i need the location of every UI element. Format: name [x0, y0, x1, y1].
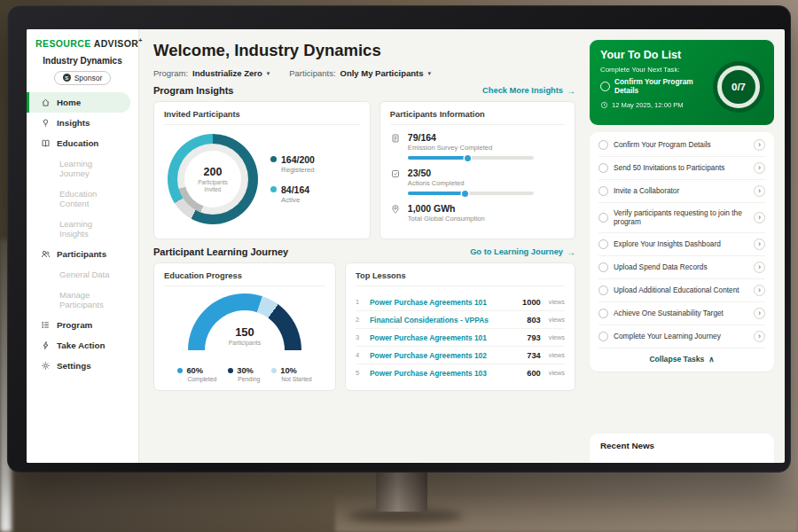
sidebar-item-label: Settings [57, 361, 91, 371]
lesson-views-unit: views [549, 351, 565, 359]
lesson-title-link[interactable]: Power Purchase Agreements 102 [370, 351, 520, 360]
legend-dot-not-started [271, 368, 277, 373]
sidebar-item-label: Home [57, 98, 81, 107]
stat-value: 23/50 [408, 168, 534, 178]
invited-participants-card: Invited Participants 200 Participants In… [153, 101, 371, 239]
sidebar-item-settings[interactable]: Settings [27, 356, 130, 376]
chevron-right-icon[interactable]: › [754, 262, 765, 273]
legend-item-completed: 60% Completed [177, 366, 216, 382]
program-dropdown-label: Program: [153, 68, 188, 78]
checkbox-icon[interactable] [598, 140, 608, 150]
education-progress-card: Education Progress 150 Participants 60% … [153, 262, 336, 391]
lesson-row: 3 Power Purchase Agreements 101 793 view… [356, 329, 565, 347]
arrow-right-icon: → [567, 247, 575, 257]
legend-label: Active [281, 196, 309, 204]
task-row[interactable]: Explore Your Insights Dashboard › [598, 233, 765, 256]
recent-news-title: Recent News [600, 441, 763, 450]
gear-icon [41, 361, 51, 371]
sidebar-item-participants[interactable]: Participants [27, 244, 130, 264]
gauge-legend: 60% Completed 30% Pending 10% Not Starte… [164, 366, 325, 382]
todo-due-label: 12 May 2025, 12:00 PM [612, 101, 684, 109]
lesson-title-link[interactable]: Financial Considerations - VPPAs [370, 316, 520, 325]
stat-label: Emission Survey Completed [408, 144, 534, 152]
sidebar-item-program[interactable]: Program [27, 315, 130, 335]
chevron-right-icon[interactable]: › [754, 139, 765, 151]
collapse-tasks-button[interactable]: Collapse Tasks ∧ [598, 348, 765, 368]
task-row[interactable]: Upload Spend Data Records › [598, 256, 765, 279]
todo-next-task[interactable]: Confirm Your Program Details [600, 78, 717, 96]
chevron-right-icon[interactable]: › [754, 308, 765, 319]
sidebar-item-learning-insights[interactable]: Learning Insights [27, 214, 130, 244]
go-to-learning-journey-label: Go to Learning Journey [470, 247, 563, 256]
sidebar-item-label: Learning Insights [59, 219, 123, 239]
clock-icon [600, 101, 608, 109]
sidebar-item-insights[interactable]: Insights [27, 113, 130, 133]
task-row[interactable]: Complete Your Learning Journey › [598, 325, 765, 348]
sponsor-badge[interactable]: S Sponsor [54, 71, 112, 85]
lesson-rank: 2 [356, 316, 364, 324]
chevron-right-icon[interactable]: › [754, 212, 765, 223]
task-row[interactable]: Achieve One Sustainability Target › [598, 302, 765, 325]
check-more-insights-link[interactable]: Check More Insights → [482, 86, 575, 96]
chevron-right-icon[interactable]: › [754, 162, 765, 174]
participants-information-title: Participants Information [390, 110, 565, 125]
checkbox-icon[interactable] [598, 332, 608, 341]
checkbox-icon[interactable] [600, 82, 610, 91]
sidebar-item-education-content[interactable]: Education Content [27, 184, 130, 214]
checkbox-icon[interactable] [598, 186, 608, 196]
take-action-icon [41, 340, 51, 350]
sidebar-item-learning-journey[interactable]: Learning Journey [27, 153, 130, 184]
recent-news-card: Recent News [590, 434, 774, 463]
task-row[interactable]: Send 50 Invitations to Participants › [598, 157, 765, 180]
checkbox-icon[interactable] [598, 286, 608, 295]
participants-dropdown[interactable]: Participants: Only My Participants ▾ [289, 68, 431, 78]
chevron-right-icon[interactable]: › [754, 285, 765, 296]
donut-center: 200 Participants Invited [184, 151, 241, 207]
chevron-right-icon[interactable]: › [754, 331, 765, 342]
checkbox-icon[interactable] [598, 163, 608, 173]
insights-bulb-icon [41, 118, 51, 128]
go-to-learning-journey-link[interactable]: Go to Learning Journey → [470, 247, 575, 257]
task-row[interactable]: Verify participants requesting to join t… [598, 203, 765, 233]
legend-dot-registered [270, 156, 277, 162]
lesson-title-link[interactable]: Power Purchase Agreements 101 [370, 333, 520, 342]
checkbox-icon[interactable] [598, 213, 608, 223]
sidebar-item-manage-participants[interactable]: Manage Participants [27, 285, 130, 315]
checkbox-icon[interactable] [598, 262, 608, 272]
task-label: Send 50 Invitations to Participants [614, 163, 748, 172]
todo-next-task-label: Confirm Your Program Details [614, 78, 717, 96]
checkbox-icon[interactable] [598, 309, 608, 318]
sidebar-item-education[interactable]: Education [27, 133, 130, 153]
lesson-row: 5 Power Purchase Agreements 103 600 view… [356, 364, 565, 381]
sidebar-item-label: Insights [57, 118, 90, 128]
lesson-title-link[interactable]: Power Purchase Agreements 101 [370, 298, 516, 307]
sidebar: RESOURCE ADVISOR+ Industry Dynamics S Sp… [27, 29, 139, 463]
lesson-title-link[interactable]: Power Purchase Agreements 103 [370, 369, 520, 378]
logo-resource: RESOURCE [35, 38, 91, 49]
lesson-views-unit: views [549, 333, 565, 341]
sidebar-item-home[interactable]: Home [27, 92, 130, 113]
gauge-center: 150 Participants [188, 325, 301, 346]
checkbox-icon[interactable] [598, 239, 608, 249]
task-row[interactable]: Confirm Your Program Details › [598, 134, 765, 157]
org-name: Industry Dynamics [27, 56, 138, 66]
chevron-right-icon[interactable]: › [754, 185, 765, 197]
stat-emission-survey: 79/164 Emission Survey Completed [390, 132, 565, 160]
participants-information-card: Participants Information 79/164 Emission… [379, 101, 575, 239]
sidebar-item-label: Education Content [59, 189, 123, 208]
chevron-down-icon: ▾ [267, 70, 270, 77]
legend-value: 30% [237, 366, 254, 375]
chevron-right-icon[interactable]: › [754, 239, 765, 250]
task-label: Achieve One Sustainability Target [614, 309, 748, 317]
program-dropdown[interactable]: Program: Industrialize Zero ▾ [153, 68, 270, 78]
sidebar-item-take-action[interactable]: Take Action [27, 335, 130, 356]
task-label: Complete Your Learning Journey [614, 332, 748, 340]
lesson-views-unit: views [549, 298, 565, 306]
sidebar-item-general-data[interactable]: General Data [27, 264, 130, 285]
lesson-rank: 3 [356, 333, 364, 341]
task-row[interactable]: Upload Additional Educational Content › [598, 279, 765, 302]
education-progress-title: Education Progress [164, 271, 325, 286]
section-title-learning-journey: Participant Learning Journey [153, 246, 288, 257]
sidebar-item-label: General Data [59, 270, 110, 279]
task-row[interactable]: Invite a Collaborator › [598, 180, 765, 203]
